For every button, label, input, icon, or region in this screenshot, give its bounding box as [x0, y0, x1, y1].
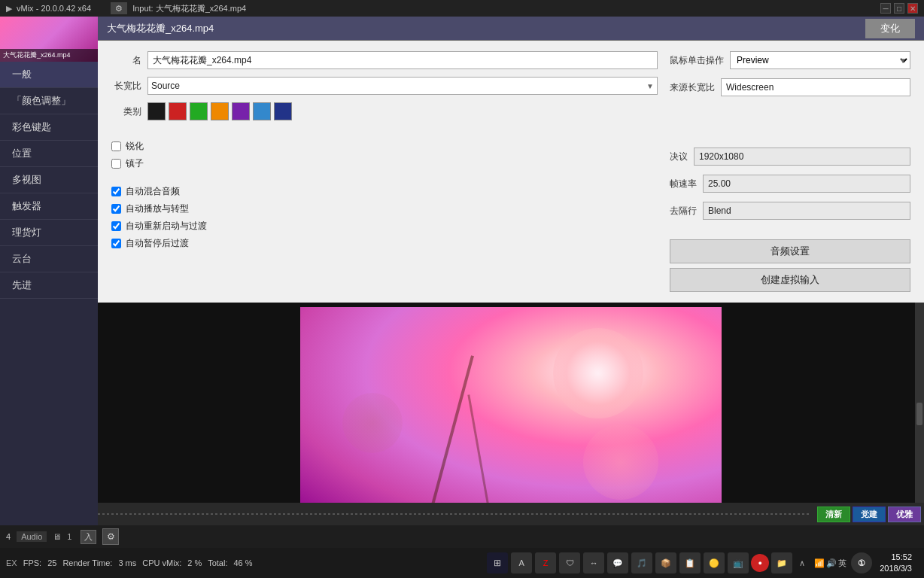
framerate-label: 帧速率	[670, 178, 697, 190]
sidebar-item-general[interactable]: 一般	[0, 62, 98, 88]
color-swatch-green[interactable]	[190, 102, 208, 120]
sidebar-item-color-adjust[interactable]: 「颜色调整」	[0, 88, 98, 114]
user-avatar[interactable]: ①	[851, 552, 872, 573]
taskbar-icon-2[interactable]: Z	[535, 552, 556, 573]
color-swatch-purple[interactable]	[232, 102, 250, 120]
status-left: EX FPS: 25 Render Time: 3 ms CPU vMix: 2…	[0, 558, 480, 567]
aspect-select[interactable]: Source NTSC PAL Widescreen	[151, 81, 654, 91]
flower-petal1	[342, 393, 403, 453]
branch1	[427, 355, 474, 522]
vmix-icon[interactable]: ●	[751, 554, 769, 572]
audio-settings-button[interactable]: 音频设置	[670, 239, 910, 263]
framerate-input	[703, 175, 910, 193]
sidebar-item-position[interactable]: 位置	[0, 141, 98, 167]
source-aspect-label: 来源长宽比	[670, 81, 715, 94]
video-preview	[300, 307, 722, 522]
input-label[interactable]: 入	[81, 530, 96, 544]
title-bar-controls: ─ □ ✕	[880, 3, 918, 14]
cpu-label: CPU vMix:	[142, 558, 181, 567]
tag-party[interactable]: 党建	[853, 507, 886, 522]
sidebar-nav: 一般 「颜色调整」 彩色键匙 位置 多视图 触发器 理货灯 云台 先进	[0, 62, 98, 299]
taskbar-icons: ⊞ A Z 🛡 ↔ 💬 🎵 📦 📋 🟡 📺 ● 📁 ∧ 📶 🔊 英 ① 15:5…	[480, 552, 924, 575]
auto-playback-row: 自动播放与转型	[111, 202, 658, 215]
right-column: 鼠标单击操作 Preview Cut Fade ▼ 来源长宽比	[670, 51, 910, 292]
sidebar-item-color-key[interactable]: 彩色键匙	[0, 114, 98, 141]
tag-elegant[interactable]: 优雅	[888, 507, 921, 522]
deinterlace-label: 去隔行	[670, 205, 697, 218]
taskbar-icon-9[interactable]: 🟡	[704, 552, 725, 573]
mouse-click-select[interactable]: Preview Cut Fade	[731, 52, 910, 68]
name-label: 名	[111, 54, 141, 67]
resolution-label: 决议	[670, 151, 688, 163]
flower-highlight	[553, 328, 643, 418]
channel-4: 4	[6, 532, 11, 541]
dialog-body: 名 长宽比 Source NTSC PAL Widescreen ▼	[98, 41, 924, 303]
audio-label[interactable]: Audio	[17, 531, 47, 542]
stabilize-checkbox[interactable]	[111, 159, 121, 169]
video-right-border	[722, 303, 924, 525]
color-swatch-red[interactable]	[169, 102, 187, 120]
flower-petal2	[583, 424, 658, 500]
sidebar-item-trigger[interactable]: 触发器	[0, 193, 98, 220]
auto-playback-label: 自动播放与转型	[126, 202, 189, 215]
framerate-row: 帧速率	[670, 175, 910, 193]
name-input[interactable]	[147, 51, 658, 69]
auto-pause-checkbox[interactable]	[111, 239, 121, 248]
deinterlace-input	[703, 202, 910, 220]
app-icon: ▶	[6, 4, 12, 14]
color-swatch-orange[interactable]	[211, 102, 229, 120]
sidebar-item-multiview[interactable]: 多视图	[0, 167, 98, 193]
dialog-tab-right[interactable]: 变化	[865, 19, 915, 38]
sidebar-item-light[interactable]: 理货灯	[0, 220, 98, 246]
maximize-button[interactable]: □	[894, 3, 904, 14]
timeline	[30, 513, 811, 515]
settings-gear-button[interactable]: ⚙	[102, 528, 119, 545]
taskbar-icon-3[interactable]: 🛡	[559, 552, 580, 573]
taskbar-icon-5[interactable]: 💬	[607, 552, 628, 573]
taskbar-icon-1[interactable]: A	[511, 552, 532, 573]
auto-mix-checkbox[interactable]	[111, 187, 121, 196]
auto-restart-row: 自动重新启动与过渡	[111, 220, 658, 233]
source-aspect-input[interactable]	[721, 78, 910, 96]
close-button[interactable]: ✕	[907, 3, 918, 14]
color-swatch-cyan[interactable]	[253, 102, 271, 120]
taskbar-icon-6[interactable]: 🎵	[631, 552, 652, 573]
window-title: Input: 大气梅花花瓣_x264.mp4	[132, 4, 246, 13]
color-swatch-navy[interactable]	[274, 102, 292, 120]
aspect-row: 长宽比 Source NTSC PAL Widescreen ▼	[111, 77, 658, 95]
taskbar-icon-11[interactable]: 📁	[771, 552, 792, 573]
aspect-select-container[interactable]: Source NTSC PAL Widescreen ▼	[147, 77, 658, 95]
stabilize-row: 镇子	[111, 157, 658, 170]
dialog-window: 大气梅花花瓣_x264.mp4 变化 名 长宽比 Source NTSC	[98, 17, 924, 303]
lang-icon: 英	[838, 558, 846, 569]
cpu-value: 2 %	[187, 558, 202, 567]
color-swatch-black[interactable]	[147, 102, 166, 120]
tag-fresh[interactable]: 清新	[817, 507, 850, 522]
taskbar-icon-7[interactable]: 📦	[655, 552, 676, 573]
minimize-button[interactable]: ─	[880, 3, 891, 14]
sidebar-item-ptz[interactable]: 云台	[0, 246, 98, 272]
taskbar-icon-10[interactable]: 📺	[728, 552, 749, 573]
playback-bar: 00:0 清新 党建 优雅	[0, 503, 924, 525]
start-button[interactable]: ⊞	[487, 552, 508, 573]
category-label: 类别	[111, 105, 141, 118]
auto-pause-row: 自动暂停后过渡	[111, 237, 658, 250]
auto-mix-label: 自动混合音频	[126, 185, 180, 198]
separator: ⚙ Input: 大气梅花花瓣_x264.mp4	[111, 3, 246, 14]
taskbar-icon-4[interactable]: ↔	[583, 552, 604, 573]
taskbar-icon-8[interactable]: 📋	[679, 552, 701, 573]
auto-mix-row: 自动混合音频	[111, 185, 658, 198]
video-left-border	[98, 303, 300, 525]
auto-restart-checkbox[interactable]	[111, 221, 121, 231]
volume-num: 1	[67, 532, 71, 541]
system-tray-expand[interactable]: ∧	[795, 552, 810, 573]
sidebar-item-advanced[interactable]: 先进	[0, 272, 98, 299]
mouse-click-select-container[interactable]: Preview Cut Fade ▼	[730, 51, 910, 69]
right-spacer	[670, 105, 910, 143]
sharpen-checkbox[interactable]	[111, 141, 121, 151]
dialog-title: 大气梅花花瓣_x264.mp4	[107, 22, 214, 35]
create-virtual-button[interactable]: 创建虚拟输入	[670, 268, 910, 292]
video-scrollbar[interactable]	[915, 303, 924, 525]
auto-playback-checkbox[interactable]	[111, 204, 121, 214]
aspect-label: 长宽比	[111, 80, 141, 93]
